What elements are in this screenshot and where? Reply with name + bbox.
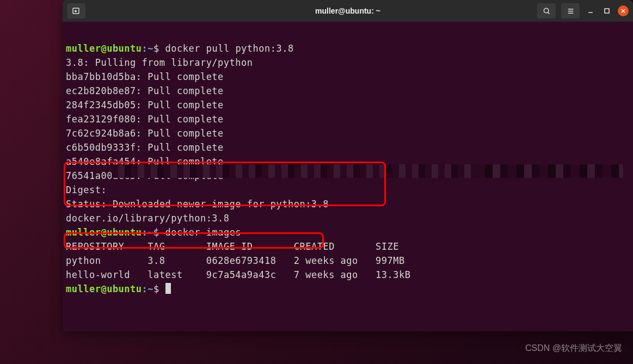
layer-line: c6b50db9333f: Pull complete (66, 142, 224, 153)
prompt-user: muller@ubuntu (66, 227, 142, 238)
svg-point-1 (544, 8, 548, 13)
table-header: REPOSITORY TAG IMAGE ID CREATED SIZE (66, 241, 399, 252)
redacted-digest-tail (476, 164, 623, 178)
new-tab-button[interactable] (67, 3, 85, 18)
layer-line: 284f2345db05: Pull complete (66, 100, 224, 110)
ref-line: docker.io/library/python:3.8 (66, 213, 230, 224)
maximize-button[interactable] (601, 5, 612, 16)
digest-label: Digest: (66, 184, 107, 195)
close-button[interactable] (618, 5, 629, 16)
command-pull (159, 43, 165, 54)
layer-line: 7c62c924b8a6: Pull complete (66, 128, 224, 139)
status-line: Status: Downloaded newer image for pytho… (66, 199, 329, 209)
prompt-path: ~ (148, 43, 153, 54)
prompt-dollar: $ (153, 43, 159, 54)
terminal-window: muller@ubuntu: ~ muller@ubuntu:~$ docker… (63, 0, 633, 331)
window-title: muller@ubuntu: ~ (315, 7, 380, 15)
layer-line: fea23129f080: Pull complete (66, 114, 224, 125)
layer-line: ec2b820b8e87: Pull complete (66, 85, 224, 96)
minimize-button[interactable] (585, 5, 596, 16)
layer-line: bba7bb10d5ba: Pull complete (66, 71, 224, 82)
watermark: CSDN @软件测试大空翼 (525, 343, 622, 354)
command-images: docker images (165, 227, 242, 238)
prompt-colon: : (142, 43, 148, 54)
command-pull-text: docker pull python:3.8 (165, 43, 294, 54)
terminal-body[interactable]: muller@ubuntu:~$ docker pull python:3.8 … (63, 22, 633, 331)
pull-pulling: 3.8: Pulling from library/python (66, 57, 253, 68)
prompt-user: muller@ubuntu (66, 43, 142, 54)
titlebar: muller@ubuntu: ~ (63, 0, 633, 22)
svg-rect-2 (605, 9, 609, 13)
table-row: python 3.8 0628e6793418 2 weeks ago 997M… (66, 255, 405, 266)
menu-icon[interactable] (561, 3, 580, 18)
cursor (165, 283, 171, 294)
table-row: hello-world latest 9c7a54a9a43c 7 weeks … (66, 269, 410, 280)
prompt-user: muller@ubuntu (66, 283, 142, 294)
search-icon[interactable] (537, 3, 556, 18)
